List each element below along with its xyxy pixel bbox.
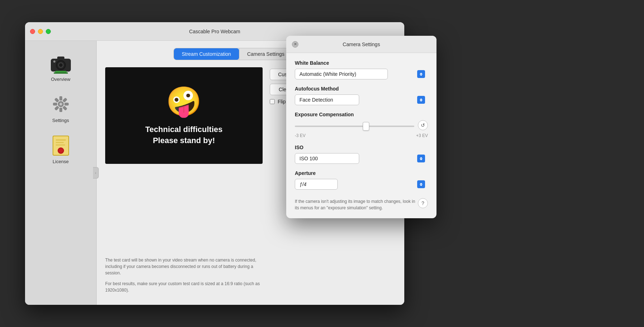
sidebar-item-overview[interactable]: Overview — [32, 48, 89, 86]
license-icon — [49, 134, 72, 157]
aperture-label: Aperture — [295, 170, 428, 176]
chevron-up-icon — [420, 157, 423, 158]
description-text-1: The test card will be shown in your vide… — [105, 257, 263, 276]
iso-select-wrapper: ISO 100 ISO 200 ISO 400 ISO 800 ISO 1600… — [295, 153, 428, 164]
white-balance-select-wrapper: Automatic (White Priority) Automatic Day… — [295, 69, 428, 79]
close-button[interactable] — [30, 29, 35, 34]
white-balance-section: White Balance Automatic (White Priority)… — [295, 60, 428, 79]
exposure-slider-row: ↺ — [295, 120, 428, 130]
test-card-text: Technical difficulties Please stand by! — [145, 124, 223, 146]
popup-title-bar: ✕ Camera Settings — [286, 36, 436, 53]
iso-select[interactable]: ISO 100 ISO 200 ISO 400 ISO 800 ISO 1600… — [295, 153, 359, 164]
description-text-2: For best results, make sure your custom … — [105, 280, 263, 293]
sidebar-collapse-button[interactable]: ‹ — [93, 167, 99, 179]
white-balance-select-arrow — [417, 70, 425, 78]
gear-icon — [49, 93, 72, 116]
camera-settings-popup: ✕ Camera Settings White Balance Automati… — [286, 36, 436, 218]
svg-point-4 — [59, 63, 63, 67]
svg-rect-16 — [62, 106, 67, 111]
svg-rect-14 — [62, 98, 67, 103]
svg-rect-13 — [59, 96, 62, 101]
exposure-min-label: -3 EV — [295, 133, 306, 138]
minimize-button[interactable] — [38, 29, 43, 34]
sidebar-item-license-label: License — [53, 159, 69, 164]
flip-custom-card-checkbox[interactable] — [270, 99, 275, 104]
video-preview: 🤪 Technical difficulties Please stand by… — [105, 67, 263, 164]
exposure-compensation-slider[interactable] — [295, 126, 414, 127]
chevron-down-icon — [420, 74, 423, 76]
chevron-up-icon — [420, 73, 423, 74]
autofocus-select-arrow — [417, 96, 425, 104]
popup-close-button[interactable]: ✕ — [292, 41, 298, 48]
svg-point-8 — [53, 60, 55, 63]
exposure-max-label: +3 EV — [416, 133, 428, 138]
description-area: The test card will be shown in your vide… — [105, 252, 263, 298]
chevron-up-icon — [420, 183, 423, 184]
sidebar-item-settings-label: Settings — [52, 118, 69, 123]
chevron-down-icon — [420, 185, 423, 186]
svg-rect-20 — [54, 98, 59, 103]
svg-rect-6 — [54, 72, 68, 74]
svg-rect-27 — [56, 145, 65, 146]
aperture-select-wrapper: ƒ/1.8 ƒ/2 ƒ/2.8 ƒ/4 ƒ/5.6 ƒ/8 — [295, 179, 428, 190]
test-card-line2: Please stand by! — [145, 135, 223, 146]
sidebar-item-settings[interactable]: Settings — [32, 89, 89, 127]
iso-label: ISO — [295, 145, 428, 150]
svg-rect-7 — [57, 57, 64, 60]
exposure-compensation-section: Exposure Compensation ↺ -3 EV +3 EV — [295, 112, 428, 138]
test-card-emoji: 🤪 — [166, 85, 202, 118]
autofocus-section: Autofocus Method Face Detection Center M… — [295, 86, 428, 105]
test-card-line1: Technical difficulties — [145, 124, 223, 135]
exposure-labels: -3 EV +3 EV — [295, 133, 428, 138]
aperture-select-arrow — [417, 180, 425, 188]
white-balance-label: White Balance — [295, 60, 428, 66]
maximize-button[interactable] — [46, 29, 51, 34]
chevron-up-icon — [420, 98, 423, 100]
aperture-select[interactable]: ƒ/1.8 ƒ/2 ƒ/2.8 ƒ/4 ƒ/5.6 ƒ/8 — [295, 179, 338, 190]
aperture-section: Aperture ƒ/1.8 ƒ/2 ƒ/2.8 ƒ/4 ƒ/5.6 ƒ/8 — [295, 170, 428, 190]
exposure-reset-button[interactable]: ↺ — [418, 120, 428, 130]
exposure-compensation-label: Exposure Compensation — [295, 112, 428, 117]
help-button[interactable]: ? — [418, 198, 428, 208]
sidebar-item-license[interactable]: License — [32, 130, 89, 168]
popup-title: Camera Settings — [343, 42, 380, 47]
exposure-slider-container — [295, 122, 414, 128]
chevron-down-icon — [420, 100, 423, 102]
camera-icon — [49, 52, 72, 74]
popup-body: White Balance Automatic (White Priority)… — [286, 53, 436, 198]
help-note: If the camera isn't adjusting its image … — [295, 198, 418, 211]
sidebar: Overview — [25, 41, 97, 305]
svg-point-22 — [60, 103, 62, 105]
iso-section: ISO ISO 100 ISO 200 ISO 400 ISO 800 ISO … — [295, 145, 428, 164]
svg-rect-25 — [56, 140, 66, 141]
svg-rect-26 — [56, 142, 64, 143]
autofocus-select-wrapper: Face Detection Center Multi-point Spot — [295, 94, 428, 105]
svg-rect-19 — [53, 103, 57, 106]
autofocus-select[interactable]: Face Detection Center Multi-point Spot — [295, 94, 359, 105]
tab-stream-customization[interactable]: Stream Customization — [174, 48, 239, 60]
white-balance-select[interactable]: Automatic (White Priority) Automatic Day… — [295, 69, 388, 79]
popup-footer: If the camera isn't adjusting its image … — [286, 198, 436, 218]
tab-camera-settings[interactable]: Camera Settings — [239, 48, 292, 60]
sidebar-item-overview-label: Overview — [51, 77, 70, 82]
svg-rect-18 — [54, 106, 59, 111]
traffic-lights — [30, 29, 51, 34]
iso-select-arrow — [417, 155, 425, 162]
svg-rect-15 — [64, 103, 69, 106]
window-title: Cascable Pro Webcam — [189, 29, 240, 34]
svg-rect-17 — [59, 108, 62, 112]
autofocus-label: Autofocus Method — [295, 86, 428, 92]
chevron-down-icon — [420, 159, 423, 160]
